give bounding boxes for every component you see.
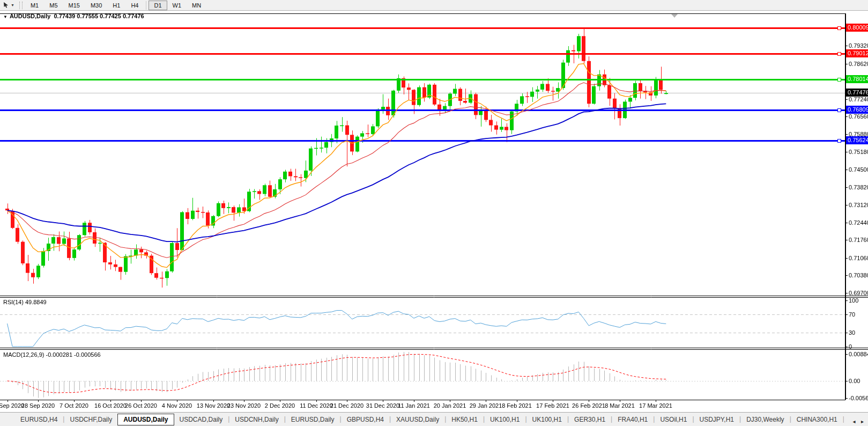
- date-axis-tick: 31 Dec 2020: [366, 402, 399, 409]
- date-axis-tick: 11 Jan 2021: [398, 402, 430, 409]
- toolbar-divider: [146, 1, 146, 10]
- timeframe-button-m15[interactable]: M15: [63, 1, 85, 10]
- date-axis-tick: 11 Dec 2020: [300, 402, 333, 409]
- price-axis-tick: 0.72440: [849, 219, 868, 226]
- mt4-terminal: { "toolbar": { "tool_icon": "cursor-arro…: [0, 0, 868, 426]
- hline-price-label: 0.80009: [846, 24, 868, 32]
- chart-tab-usdcnh-daily[interactable]: USDCNH,Daily: [229, 414, 284, 425]
- macd-axis-tick: 0.00: [849, 377, 860, 385]
- chart-cursor-tool[interactable]: ▼: [1, 1, 17, 10]
- hline-price-label: 0.76809: [846, 106, 868, 114]
- price-axis-tick: 0.74500: [849, 166, 868, 173]
- price-axis-tick: 0.71760: [849, 236, 868, 244]
- date-axis-tick: 26 Feb 2021: [572, 402, 605, 409]
- chart-tab-ger30-h1[interactable]: GER30,H1: [569, 414, 611, 425]
- rsi-axis-tick: 100: [849, 297, 858, 304]
- hline-price-label: 0.75624: [846, 136, 868, 144]
- timeframe-buttons: M1M5M15M30H1H4D1W1MN: [25, 1, 206, 10]
- chart-tab-usdjpy-h1[interactable]: USDJPY,H1: [694, 414, 739, 425]
- tab-scroll-arrows: ◂ ▸: [844, 413, 868, 426]
- tab-scroll-left-icon[interactable]: ◂: [852, 418, 855, 424]
- price-axis-tick: 0.76560: [849, 113, 868, 120]
- date-axis-tick: 26 Oct 2020: [125, 402, 157, 409]
- date-axis-tick: 8 Feb 2021: [502, 402, 532, 409]
- timeframe-button-h1[interactable]: H1: [107, 1, 125, 10]
- date-axis-tick: 17 Feb 2021: [536, 402, 569, 409]
- hline-price-label: 0.79012: [846, 49, 868, 57]
- chart-area: ▼AUDUSD,Daily 0.77439 0.77555 0.77425 0.…: [0, 11, 868, 412]
- rsi-axis-tick: 30: [849, 329, 855, 336]
- chart-tab-gbpusd-h4[interactable]: GBPUSD,H4: [342, 414, 389, 425]
- price-axis-tick: 0.75180: [849, 148, 868, 156]
- chart-tab-uk100-h1[interactable]: UK100,H1: [527, 414, 567, 425]
- chart-shift-marker[interactable]: [671, 14, 678, 18]
- chart-tab-china300-h1[interactable]: CHINA300,H1: [791, 414, 843, 425]
- timeframe-button-m1[interactable]: M1: [25, 1, 44, 10]
- timeframe-button-w1[interactable]: W1: [167, 1, 187, 10]
- date-axis-tick: 7 Oct 2020: [60, 402, 88, 409]
- rsi-axis-tick: 70: [849, 311, 855, 318]
- chart-title: ▼AUDUSD,Daily 0.77439 0.77555 0.77425 0.…: [3, 13, 144, 19]
- timeframe-button-m30[interactable]: M30: [85, 1, 107, 10]
- macd-axis-tick: -0.005651: [849, 394, 868, 402]
- price-chart-canvas[interactable]: [0, 11, 868, 412]
- price-axis-tick: 0.73120: [849, 201, 868, 209]
- current-price-label: 0.77476: [846, 89, 868, 97]
- chart-ohlc-values: 0.77439 0.77555 0.77425 0.77476: [54, 13, 144, 19]
- chart-tabs-bar: EURUSD,H4|USDCHF,DailyAUDUSD,DailyUSDCAD…: [0, 412, 868, 426]
- chart-tab-xauusd-daily[interactable]: XAUUSD,Daily: [391, 414, 444, 425]
- chart-tab-usoil-h1[interactable]: USOil,H1: [655, 414, 692, 425]
- toolbar-grip[interactable]: [19, 2, 23, 9]
- date-axis-tick: 13 Nov 2020: [197, 402, 230, 409]
- date-axis-tick: 2 Dec 2020: [265, 402, 295, 409]
- date-axis-tick: 16 Oct 2020: [94, 402, 127, 409]
- rsi-axis-tick: 0: [849, 343, 852, 350]
- hline-price-label: 0.78014: [846, 75, 868, 83]
- price-axis-tick: 0.77240: [849, 96, 868, 103]
- chart-tab-usdcad-daily[interactable]: USDCAD,Daily: [174, 414, 228, 425]
- date-axis-tick: 23 Nov 2020: [227, 402, 261, 409]
- rsi-indicator-label: RSI(14) 49.8849: [3, 299, 47, 305]
- collapse-icon: ▼: [3, 14, 8, 19]
- price-axis-tick: 0.71060: [849, 254, 868, 262]
- chart-symbol-label: AUDUSD,Daily: [10, 13, 50, 19]
- price-axis-tick: 0.73820: [849, 183, 868, 191]
- chart-tab-audusd-daily[interactable]: AUDUSD,Daily: [117, 414, 174, 425]
- date-axis-tick: 21 Dec 2020: [330, 402, 363, 409]
- price-axis-tick: 0.70380: [849, 271, 868, 279]
- macd-indicator-label: MACD(12,26,9) -0.000281 -0.000566: [3, 351, 101, 358]
- chart-tab-dj30-weekly[interactable]: DJ30,Weekly: [741, 414, 789, 425]
- price-axis-tick: 0.69700: [849, 289, 868, 297]
- cursor-icon: [3, 1, 9, 10]
- chevron-down-icon: ▼: [11, 3, 14, 7]
- macd-axis-tick: 0.00884: [849, 350, 868, 358]
- chart-tab-eurusd-h4[interactable]: EURUSD,H4: [15, 414, 63, 425]
- date-axis-tick: 18 Sep 2020: [0, 402, 24, 409]
- chart-tab-eurusd-daily[interactable]: EURUSD,Daily: [286, 414, 340, 425]
- date-axis-tick: 28 Sep 2020: [21, 402, 55, 409]
- chart-tab-fra40-h1[interactable]: FRA40,H1: [612, 414, 653, 425]
- price-axis-tick: 0.79320: [849, 42, 868, 49]
- tab-scroll-right-icon[interactable]: ▸: [861, 418, 864, 424]
- timeframe-button-d1[interactable]: D1: [149, 1, 167, 10]
- chart-tab-usdchf-daily[interactable]: USDCHF,Daily: [64, 414, 117, 425]
- timeframe-button-mn[interactable]: MN: [187, 1, 206, 10]
- price-axis-tick: 0.78620: [849, 60, 868, 68]
- date-axis-tick: 8 Mar 2021: [605, 402, 635, 409]
- timeframe-button-h4[interactable]: H4: [125, 1, 144, 10]
- timeframe-button-m5[interactable]: M5: [44, 1, 63, 10]
- date-axis-tick: 20 Jan 2021: [434, 402, 466, 409]
- chart-tab-uk100-h1[interactable]: UK100,H1: [485, 414, 525, 425]
- date-axis-tick: 29 Jan 2021: [470, 402, 502, 409]
- chart-tab-hk50-h1[interactable]: HK50,H1: [446, 414, 483, 425]
- date-axis-tick: 4 Nov 2020: [162, 402, 192, 409]
- timeframe-toolbar: ▼ M1M5M15M30H1H4D1W1MN: [0, 0, 868, 11]
- date-axis-tick: 17 Mar 2021: [639, 402, 672, 409]
